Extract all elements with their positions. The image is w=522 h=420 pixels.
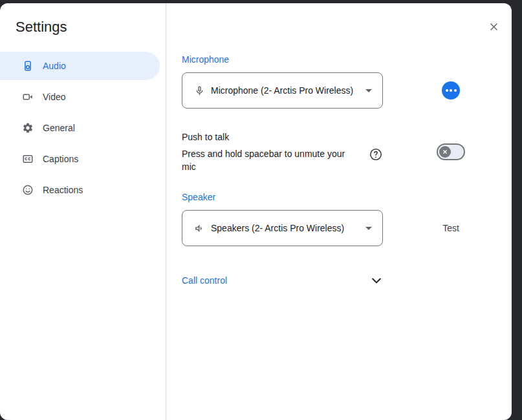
microphone-label[interactable]: Microphone (182, 53, 512, 66)
close-icon[interactable] (486, 19, 501, 34)
speaker-device-value: Speakers (2- Arctis Pro Wireless) (211, 223, 360, 233)
speaker-section: Speaker Speakers (2- Arctis Pro Wireless… (182, 191, 512, 246)
microphone-section: Microphone Microphone (2- Arctis Pro Wir… (182, 53, 512, 109)
push-to-talk-toggle[interactable] (437, 143, 465, 160)
dropdown-caret-icon (365, 227, 372, 230)
sidebar-item-captions[interactable]: Captions (0, 145, 160, 173)
settings-nav: Audio Video General (0, 52, 166, 204)
volume-icon (193, 222, 206, 235)
sidebar-item-general[interactable]: General (0, 114, 160, 142)
sidebar-item-video[interactable]: Video (0, 83, 160, 111)
videocam-icon (21, 90, 34, 103)
chevron-down-icon (370, 274, 383, 287)
smiley-icon (21, 184, 34, 196)
sidebar-item-reactions[interactable]: Reactions (0, 176, 160, 204)
toggle-knob-x-icon (439, 146, 451, 158)
speaker-label[interactable]: Speaker (182, 191, 512, 204)
settings-sidebar: Settings Audio (0, 3, 166, 420)
sidebar-item-label: Captions (43, 154, 78, 164)
audio-settings-panel: Microphone Microphone (2- Arctis Pro Wir… (166, 3, 512, 420)
gear-icon (21, 121, 34, 134)
test-speaker-button[interactable]: Test (436, 219, 466, 237)
sidebar-item-label: Audio (43, 61, 66, 71)
microphone-device-value: Microphone (2- Arctis Pro Wireless) (211, 85, 360, 96)
sidebar-item-label: Reactions (43, 185, 83, 195)
push-to-talk-description: Press and hold spacebar to unmute your m… (182, 147, 358, 173)
speaker-device-select[interactable]: Speakers (2- Arctis Pro Wireless) (182, 210, 383, 246)
microphone-device-select[interactable]: Microphone (2- Arctis Pro Wireless) (182, 72, 383, 109)
settings-dialog: Settings Audio (0, 3, 512, 420)
dropdown-caret-icon (365, 89, 372, 92)
dot (454, 89, 457, 92)
push-to-talk-title: Push to talk (182, 131, 383, 143)
push-to-talk-section: Push to talk Press and hold spacebar to … (182, 131, 512, 173)
more-options-button[interactable] (442, 81, 460, 100)
page-title: Settings (16, 17, 166, 37)
sidebar-item-label: General (43, 123, 75, 133)
call-control-expander[interactable]: Call control (182, 274, 383, 287)
microphone-icon (193, 84, 206, 97)
call-control-label: Call control (182, 274, 227, 287)
sidebar-item-label: Video (43, 92, 66, 102)
speaker-box-icon (21, 59, 34, 72)
dot (450, 89, 452, 92)
dot (446, 89, 448, 92)
sidebar-item-audio[interactable]: Audio (0, 52, 160, 80)
help-icon[interactable] (369, 147, 383, 162)
captions-icon (21, 152, 34, 165)
